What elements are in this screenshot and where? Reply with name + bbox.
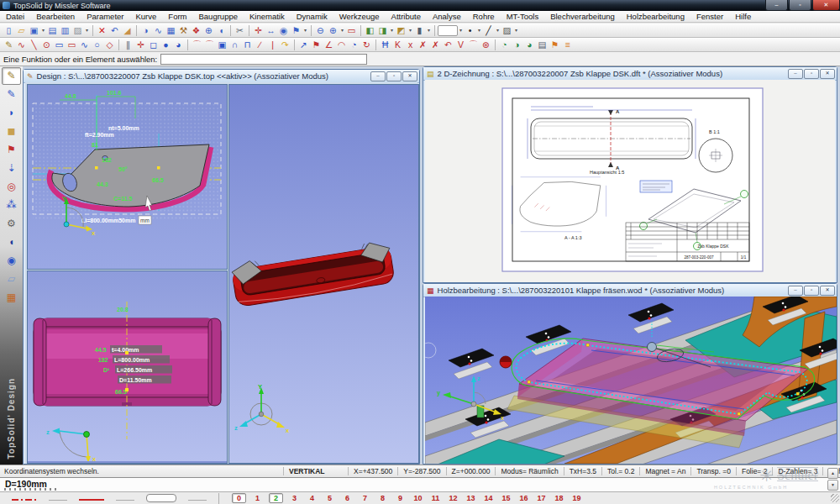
linestyle-dashdot-red[interactable] [12,499,37,501]
annotation-icon[interactable]: ⚑ [290,24,302,37]
menu-item[interactable]: Form [162,12,192,21]
cam-doc-icon[interactable]: ▤ [536,39,549,51]
curve-edit-icon[interactable]: ↶ [442,39,454,51]
layer-button[interactable]: 18 [550,494,568,502]
constraint-icon[interactable]: ⊕ [202,24,215,37]
x-small-icon[interactable]: x [404,39,417,51]
layer-button[interactable]: 1 [249,494,266,502]
command-input[interactable] [160,54,367,65]
pencil-icon[interactable]: ✎ [3,39,15,51]
toolbar-icon[interactable] [118,39,119,50]
plane-icon[interactable]: ▱ [3,270,20,288]
status-field[interactable]: Tol.= 0.2 [601,467,639,475]
dropdown-caret[interactable]: ▾ [426,24,432,37]
linestyle-solid-red[interactable] [79,499,104,501]
menu-item[interactable]: Parameter [81,12,129,21]
save-as-icon[interactable]: ▤ [46,24,59,37]
linestyle-roundrect[interactable] [146,494,176,502]
close-button[interactable]: ✕ [820,69,835,79]
status-mode[interactable]: VERTIKAL [283,467,348,475]
h-constraint-icon[interactable]: Ħ [379,39,391,51]
layer-button[interactable]: 19 [568,494,585,502]
machining-window[interactable]: ▦ Holzbearbeitung : S:\...\287003220101 … [423,283,837,465]
minimize-button[interactable]: – [370,71,386,81]
dropdown-caret[interactable]: ▾ [84,24,90,37]
status-field[interactable]: D-Zahlen= 3 [772,467,822,475]
level-icon[interactable]: ▮ [413,24,426,37]
v-constraint-icon[interactable]: V [454,39,467,51]
layer-button[interactable]: 12 [444,494,462,502]
toolbar-icon[interactable] [375,39,376,50]
assembly-flag-icon[interactable]: ⚑ [3,141,20,159]
top-view-viewport[interactable]: 20.8 44.5 t=4.00mm 182 L=800.00mm D¹ L=2… [27,270,228,464]
parts-icon[interactable]: ◉ [3,252,20,270]
arc-3pt-icon[interactable]: ⌒ [203,39,216,51]
status-field[interactable]: TxH=3.5 [564,467,601,475]
dropdown-caret[interactable]: ▾ [495,24,501,37]
layer-button[interactable]: 16 [515,494,533,502]
snap-icon[interactable]: ✛ [252,24,265,37]
tools-hammer-icon[interactable]: ⚒ [177,24,190,37]
line-icon[interactable]: ╲ [28,39,40,51]
layer-button[interactable]: 14 [480,494,497,502]
assembly-icon[interactable]: ❖ [190,24,202,37]
layer-button[interactable]: 11 [427,494,444,502]
status-field[interactable]: Modus= Räumlich [495,467,563,475]
zoom-out-icon[interactable]: ⊖ [314,24,327,37]
layer-button[interactable]: 0 [232,493,246,503]
cam-drill-icon[interactable]: ◕ [523,39,536,51]
undo-icon[interactable]: ↶ [108,24,121,37]
ellipse-icon[interactable]: ○ [91,39,103,51]
measure-icon[interactable]: ↔ [265,24,277,37]
scroll-down-button[interactable]: ▼ [827,480,838,491]
close-button[interactable]: ✕ [820,286,835,296]
scroll-up-button[interactable]: ▲ [827,468,838,479]
zoom-window-icon[interactable]: ▭ [345,24,358,37]
print-icon[interactable]: ▨ [71,24,84,37]
menu-item[interactable]: Datei [0,12,30,21]
machine-gears-icon[interactable]: ⚙ [3,215,20,233]
design-window[interactable]: ✎ Design : S:\...\287003220007 Zsb Klapp… [23,69,420,465]
freehand-icon[interactable]: ↷ [279,39,291,51]
toolbar-icon[interactable] [294,39,295,50]
layer-button[interactable]: 15 [497,494,515,502]
layer-button[interactable]: 17 [533,494,550,502]
toolbar-icon[interactable] [434,25,435,36]
render-settings-icon[interactable]: ◨ [376,24,389,37]
status-field[interactable]: Y=-287.500 [397,467,445,475]
hatch-style-icon[interactable]: ▨ [501,24,513,37]
iso-viewport[interactable]: Y z x [228,84,419,464]
x-double-icon[interactable]: ✗ [417,39,429,51]
drill-icon[interactable]: ⇣ [3,160,20,177]
close-button[interactable]: ✕ [402,71,417,81]
arc-dim-icon[interactable]: ◠ [335,39,348,51]
status-field[interactable]: Magnet = An [639,467,690,475]
sketch-viewport[interactable]: 101.6 44.8 nt=5.00mm ft=2.90mm 81 182 50… [27,84,228,270]
layer-button[interactable]: 5 [321,494,339,502]
menu-item[interactable]: Rohre [467,12,501,21]
target-icon[interactable]: ◎ [3,178,20,196]
circle-center-icon[interactable]: ⊙ [40,39,53,51]
toolbar-icon[interactable] [136,25,137,36]
new-file-icon[interactable]: ▯ [3,24,15,37]
maximize-button[interactable]: ▫ [804,69,819,79]
arc-icon[interactable]: ⌒ [191,39,203,51]
rectangle-axis-icon[interactable]: ▭ [66,39,78,51]
layer-button[interactable]: 4 [303,494,321,502]
menu-item[interactable]: Kinematik [244,12,291,21]
shell-blue-icon[interactable]: ◖ [3,234,20,251]
toolbar-icon[interactable] [495,39,496,50]
menu-item[interactable]: Dynamik [291,12,333,21]
k-point-icon[interactable]: K [391,39,404,51]
dropdown-caret[interactable]: ▾ [513,24,519,37]
layer-button[interactable]: 9 [391,494,409,502]
menu-item[interactable]: Holzbearbeitung [621,12,690,21]
command-line[interactable]: D=190mm [0,477,840,491]
toolbar-icon[interactable] [249,25,249,36]
status-field[interactable]: Transp. =0 [690,467,736,475]
molecule-icon[interactable]: ⁂ [3,197,20,214]
solid-box-icon[interactable]: ◼ [3,123,20,140]
dropdown-caret[interactable]: ▾ [339,24,345,37]
layer-button[interactable]: 8 [374,494,391,502]
toolbar-icon[interactable] [187,39,188,50]
